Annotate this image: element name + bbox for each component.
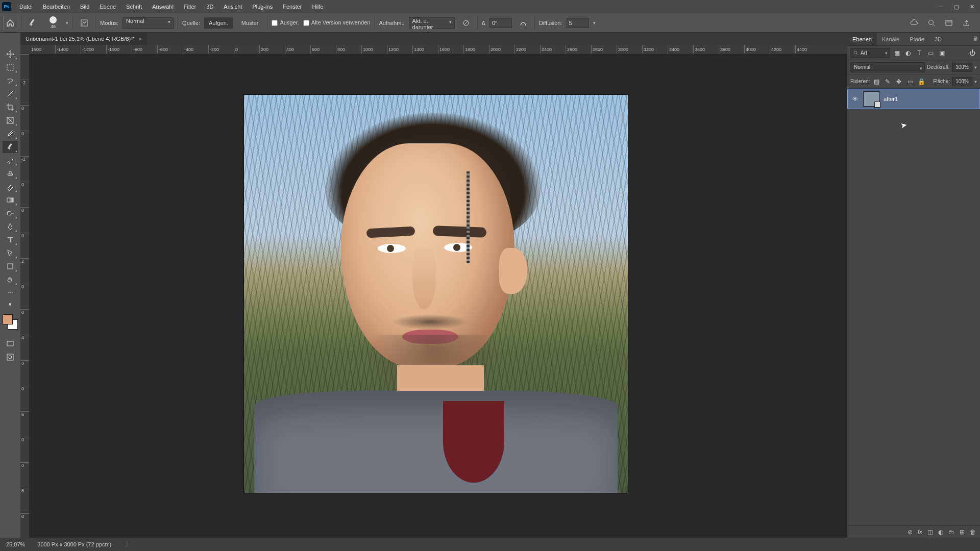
tab-3d[interactable]: 3D: [929, 33, 947, 45]
more-tools[interactable]: ⋯: [3, 287, 18, 299]
diffusion-value[interactable]: 5: [567, 18, 589, 28]
ignore-adjustment-icon[interactable]: [459, 16, 473, 30]
filter-toggle-icon[interactable]: ⏻: [968, 48, 977, 58]
chevron-down-icon[interactable]: ▾: [593, 20, 596, 26]
add-mask-icon[interactable]: ◫: [927, 529, 933, 536]
menu-type[interactable]: Schrift: [121, 0, 147, 13]
lock-pixels-icon[interactable]: ✎: [883, 77, 892, 86]
hand-tool[interactable]: [3, 273, 18, 286]
delete-layer-icon[interactable]: 🗑: [970, 529, 976, 536]
filter-shape-icon[interactable]: ▭: [926, 48, 935, 58]
current-tool-icon[interactable]: [26, 16, 40, 30]
layer-blend-mode-select[interactable]: Normal: [850, 62, 925, 72]
share-icon[interactable]: [961, 17, 972, 29]
lock-position-icon[interactable]: ✥: [894, 77, 903, 86]
lock-all-icon[interactable]: 🔒: [917, 77, 926, 86]
frame-tool[interactable]: [3, 114, 18, 127]
search-icon[interactable]: [926, 17, 937, 29]
menu-view[interactable]: Ansicht: [218, 0, 247, 13]
menu-image[interactable]: Bild: [75, 0, 94, 13]
opacity-value[interactable]: 100%: [952, 63, 972, 72]
status-menu-icon[interactable]: 〉: [126, 541, 131, 548]
document-tab[interactable]: Unbenannt-1 bei 25,1% (Ebene 4, RGB/8) *…: [20, 33, 147, 45]
source-pattern-button[interactable]: Muster: [237, 17, 263, 29]
foreground-color-swatch[interactable]: [3, 314, 13, 324]
pen-tool[interactable]: [3, 220, 18, 233]
magic-wand-tool[interactable]: [3, 88, 18, 100]
link-layers-icon[interactable]: ⊘: [908, 529, 913, 536]
gradient-tool[interactable]: [3, 194, 18, 206]
layer-visibility-icon[interactable]: 👁: [851, 96, 859, 102]
shape-tool[interactable]: [3, 260, 18, 272]
ruler-vertical[interactable]: -200-10002004006008001000: [20, 54, 30, 538]
aligned-checkbox[interactable]: Ausger.: [272, 19, 299, 26]
menu-edit[interactable]: Bearbeiten: [38, 0, 75, 13]
cloud-docs-icon[interactable]: [909, 17, 920, 29]
layer-row[interactable]: 👁 after1: [847, 89, 980, 109]
legacy-checkbox[interactable]: Alte Version verwenden: [303, 19, 371, 26]
canvas-image[interactable]: [244, 95, 628, 493]
layer-thumbnail[interactable]: [863, 91, 879, 107]
menu-3d[interactable]: 3D: [201, 0, 218, 13]
tab-paths[interactable]: Pfade: [904, 33, 929, 45]
fill-value[interactable]: 100%: [952, 77, 972, 86]
brush-tool[interactable]: [3, 154, 18, 166]
layer-filter-search[interactable]: Art ▾: [850, 48, 890, 58]
pressure-angle-icon[interactable]: [516, 16, 530, 30]
brush-preset-picker[interactable]: 46: [44, 15, 62, 31]
arrange-documents-icon[interactable]: [943, 17, 954, 29]
lasso-tool[interactable]: [3, 74, 18, 87]
filter-type-icon[interactable]: T: [915, 48, 924, 58]
layer-list[interactable]: 👁 after1: [847, 89, 980, 525]
document-info[interactable]: 3000 Px x 3000 Px (72 ppcm): [37, 541, 111, 547]
home-button[interactable]: [3, 16, 17, 30]
ruler-horizontal[interactable]: 1600-1400-1200-1000-800-600-400-20002004…: [30, 45, 847, 54]
menu-file[interactable]: Datei: [14, 0, 38, 13]
panel-collapse-icon[interactable]: »: [972, 34, 979, 41]
path-selection-tool[interactable]: [3, 247, 18, 259]
filter-pixel-icon[interactable]: ▦: [892, 48, 901, 58]
color-swatches[interactable]: [3, 314, 18, 330]
eraser-tool[interactable]: [3, 181, 18, 193]
menu-plugins[interactable]: Plug-ins: [247, 0, 278, 13]
type-tool[interactable]: [3, 234, 18, 246]
zoom-level[interactable]: 25,07%: [6, 541, 25, 547]
menu-layer[interactable]: Ebene: [94, 0, 121, 13]
healing-brush-tool[interactable]: [3, 141, 18, 153]
angle-value[interactable]: 0°: [489, 18, 512, 28]
menu-select[interactable]: Auswahl: [147, 0, 179, 13]
ruler-origin[interactable]: [20, 45, 30, 54]
new-group-icon[interactable]: 🗀: [948, 529, 954, 536]
window-maximize-icon[interactable]: ▢: [950, 2, 963, 11]
marquee-tool[interactable]: [3, 61, 18, 73]
menu-help[interactable]: Hilfe: [307, 0, 328, 13]
close-tab-icon[interactable]: ×: [138, 36, 141, 42]
eyedropper-tool[interactable]: [3, 128, 18, 140]
clone-stamp-tool[interactable]: [3, 167, 18, 180]
layer-fx-icon[interactable]: fx: [918, 529, 922, 536]
chevron-down-icon[interactable]: ▾: [66, 20, 68, 26]
layer-name[interactable]: after1: [884, 96, 898, 102]
tab-layers[interactable]: Ebenen: [847, 33, 877, 45]
new-layer-icon[interactable]: ⊞: [960, 529, 965, 536]
lock-transparency-icon[interactable]: ▨: [872, 77, 881, 86]
window-minimize-icon[interactable]: ─: [935, 2, 947, 11]
lock-artboard-icon[interactable]: ▭: [905, 77, 915, 86]
sample-select[interactable]: Akt. u. darunter: [409, 17, 455, 29]
toggle-brush-panel-icon[interactable]: [77, 16, 91, 30]
screen-mode-icon[interactable]: [3, 338, 18, 350]
new-adjustment-icon[interactable]: ◐: [938, 529, 943, 536]
filter-smart-icon[interactable]: ▣: [937, 48, 946, 58]
window-close-icon[interactable]: ✕: [966, 2, 978, 11]
menu-window[interactable]: Fenster: [278, 0, 307, 13]
blend-mode-select[interactable]: Normal: [122, 17, 174, 29]
tab-channels[interactable]: Kanäle: [877, 33, 904, 45]
quick-mask-icon[interactable]: [3, 351, 18, 363]
menu-filter[interactable]: Filter: [179, 0, 201, 13]
move-tool[interactable]: [3, 48, 18, 60]
canvas-viewport[interactable]: [30, 54, 847, 538]
dodge-tool[interactable]: [3, 207, 18, 219]
crop-tool[interactable]: [3, 101, 18, 113]
source-sampled-button[interactable]: Aufgen.: [204, 17, 233, 29]
filter-adjust-icon[interactable]: ◐: [903, 48, 913, 58]
